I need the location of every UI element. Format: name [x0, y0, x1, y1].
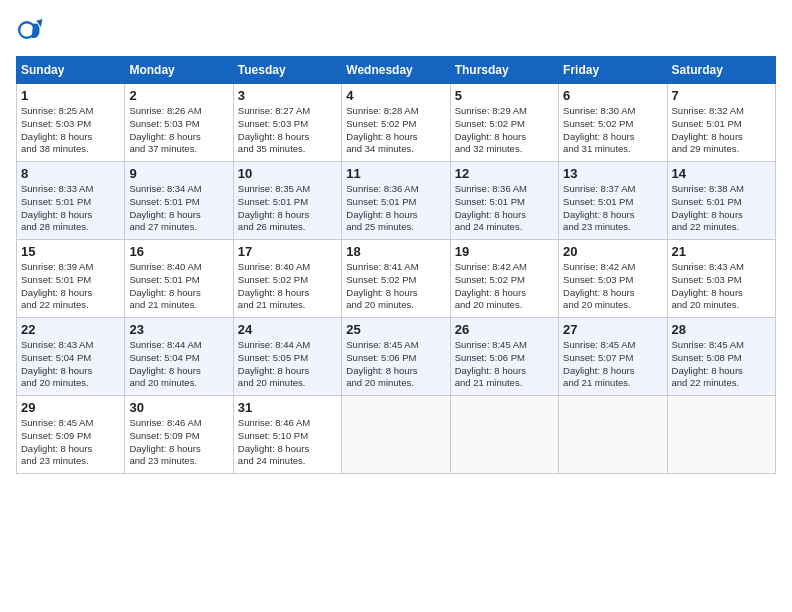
weekday-header-sunday: Sunday	[17, 57, 125, 84]
day-number: 19	[455, 244, 554, 259]
day-info: Sunrise: 8:35 AM Sunset: 5:01 PM Dayligh…	[238, 183, 337, 234]
day-number: 18	[346, 244, 445, 259]
day-number: 29	[21, 400, 120, 415]
calendar-cell: 30Sunrise: 8:46 AM Sunset: 5:09 PM Dayli…	[125, 396, 233, 474]
day-info: Sunrise: 8:32 AM Sunset: 5:01 PM Dayligh…	[672, 105, 771, 156]
day-info: Sunrise: 8:43 AM Sunset: 5:04 PM Dayligh…	[21, 339, 120, 390]
day-number: 25	[346, 322, 445, 337]
day-number: 2	[129, 88, 228, 103]
calendar-cell: 11Sunrise: 8:36 AM Sunset: 5:01 PM Dayli…	[342, 162, 450, 240]
calendar-cell: 16Sunrise: 8:40 AM Sunset: 5:01 PM Dayli…	[125, 240, 233, 318]
day-number: 31	[238, 400, 337, 415]
calendar-cell	[450, 396, 558, 474]
day-info: Sunrise: 8:29 AM Sunset: 5:02 PM Dayligh…	[455, 105, 554, 156]
page-header	[16, 16, 776, 44]
day-info: Sunrise: 8:34 AM Sunset: 5:01 PM Dayligh…	[129, 183, 228, 234]
day-number: 6	[563, 88, 662, 103]
day-number: 16	[129, 244, 228, 259]
day-info: Sunrise: 8:45 AM Sunset: 5:06 PM Dayligh…	[346, 339, 445, 390]
calendar-table: SundayMondayTuesdayWednesdayThursdayFrid…	[16, 56, 776, 474]
day-info: Sunrise: 8:46 AM Sunset: 5:10 PM Dayligh…	[238, 417, 337, 468]
weekday-header-wednesday: Wednesday	[342, 57, 450, 84]
day-number: 9	[129, 166, 228, 181]
calendar-cell: 17Sunrise: 8:40 AM Sunset: 5:02 PM Dayli…	[233, 240, 341, 318]
day-number: 15	[21, 244, 120, 259]
calendar-cell: 15Sunrise: 8:39 AM Sunset: 5:01 PM Dayli…	[17, 240, 125, 318]
day-number: 12	[455, 166, 554, 181]
day-info: Sunrise: 8:36 AM Sunset: 5:01 PM Dayligh…	[455, 183, 554, 234]
calendar-cell	[667, 396, 775, 474]
calendar-cell: 5Sunrise: 8:29 AM Sunset: 5:02 PM Daylig…	[450, 84, 558, 162]
calendar-cell: 18Sunrise: 8:41 AM Sunset: 5:02 PM Dayli…	[342, 240, 450, 318]
day-info: Sunrise: 8:45 AM Sunset: 5:07 PM Dayligh…	[563, 339, 662, 390]
day-number: 21	[672, 244, 771, 259]
day-info: Sunrise: 8:42 AM Sunset: 5:03 PM Dayligh…	[563, 261, 662, 312]
calendar-cell: 26Sunrise: 8:45 AM Sunset: 5:06 PM Dayli…	[450, 318, 558, 396]
day-number: 3	[238, 88, 337, 103]
day-info: Sunrise: 8:28 AM Sunset: 5:02 PM Dayligh…	[346, 105, 445, 156]
day-info: Sunrise: 8:45 AM Sunset: 5:09 PM Dayligh…	[21, 417, 120, 468]
calendar-cell: 2Sunrise: 8:26 AM Sunset: 5:03 PM Daylig…	[125, 84, 233, 162]
day-number: 23	[129, 322, 228, 337]
day-number: 1	[21, 88, 120, 103]
day-info: Sunrise: 8:33 AM Sunset: 5:01 PM Dayligh…	[21, 183, 120, 234]
day-number: 27	[563, 322, 662, 337]
calendar-cell: 7Sunrise: 8:32 AM Sunset: 5:01 PM Daylig…	[667, 84, 775, 162]
calendar-cell: 27Sunrise: 8:45 AM Sunset: 5:07 PM Dayli…	[559, 318, 667, 396]
day-number: 30	[129, 400, 228, 415]
day-info: Sunrise: 8:25 AM Sunset: 5:03 PM Dayligh…	[21, 105, 120, 156]
day-number: 7	[672, 88, 771, 103]
day-number: 13	[563, 166, 662, 181]
calendar-cell: 10Sunrise: 8:35 AM Sunset: 5:01 PM Dayli…	[233, 162, 341, 240]
calendar-cell: 23Sunrise: 8:44 AM Sunset: 5:04 PM Dayli…	[125, 318, 233, 396]
calendar-cell: 1Sunrise: 8:25 AM Sunset: 5:03 PM Daylig…	[17, 84, 125, 162]
calendar-cell: 20Sunrise: 8:42 AM Sunset: 5:03 PM Dayli…	[559, 240, 667, 318]
calendar-cell: 8Sunrise: 8:33 AM Sunset: 5:01 PM Daylig…	[17, 162, 125, 240]
day-number: 17	[238, 244, 337, 259]
day-number: 8	[21, 166, 120, 181]
day-info: Sunrise: 8:46 AM Sunset: 5:09 PM Dayligh…	[129, 417, 228, 468]
day-number: 24	[238, 322, 337, 337]
day-number: 22	[21, 322, 120, 337]
logo	[16, 16, 48, 44]
day-info: Sunrise: 8:44 AM Sunset: 5:04 PM Dayligh…	[129, 339, 228, 390]
day-info: Sunrise: 8:30 AM Sunset: 5:02 PM Dayligh…	[563, 105, 662, 156]
calendar-cell: 9Sunrise: 8:34 AM Sunset: 5:01 PM Daylig…	[125, 162, 233, 240]
day-info: Sunrise: 8:45 AM Sunset: 5:06 PM Dayligh…	[455, 339, 554, 390]
day-number: 26	[455, 322, 554, 337]
day-info: Sunrise: 8:26 AM Sunset: 5:03 PM Dayligh…	[129, 105, 228, 156]
day-info: Sunrise: 8:36 AM Sunset: 5:01 PM Dayligh…	[346, 183, 445, 234]
calendar-cell: 6Sunrise: 8:30 AM Sunset: 5:02 PM Daylig…	[559, 84, 667, 162]
calendar-cell: 21Sunrise: 8:43 AM Sunset: 5:03 PM Dayli…	[667, 240, 775, 318]
day-number: 10	[238, 166, 337, 181]
day-info: Sunrise: 8:43 AM Sunset: 5:03 PM Dayligh…	[672, 261, 771, 312]
calendar-cell: 22Sunrise: 8:43 AM Sunset: 5:04 PM Dayli…	[17, 318, 125, 396]
calendar-cell	[342, 396, 450, 474]
weekday-header-tuesday: Tuesday	[233, 57, 341, 84]
calendar-cell: 13Sunrise: 8:37 AM Sunset: 5:01 PM Dayli…	[559, 162, 667, 240]
calendar-cell	[559, 396, 667, 474]
calendar-cell: 3Sunrise: 8:27 AM Sunset: 5:03 PM Daylig…	[233, 84, 341, 162]
weekday-header-monday: Monday	[125, 57, 233, 84]
calendar-cell: 12Sunrise: 8:36 AM Sunset: 5:01 PM Dayli…	[450, 162, 558, 240]
weekday-header-friday: Friday	[559, 57, 667, 84]
calendar-cell: 29Sunrise: 8:45 AM Sunset: 5:09 PM Dayli…	[17, 396, 125, 474]
day-number: 11	[346, 166, 445, 181]
day-info: Sunrise: 8:39 AM Sunset: 5:01 PM Dayligh…	[21, 261, 120, 312]
day-number: 5	[455, 88, 554, 103]
calendar-cell: 4Sunrise: 8:28 AM Sunset: 5:02 PM Daylig…	[342, 84, 450, 162]
weekday-header-saturday: Saturday	[667, 57, 775, 84]
day-info: Sunrise: 8:40 AM Sunset: 5:02 PM Dayligh…	[238, 261, 337, 312]
weekday-header-thursday: Thursday	[450, 57, 558, 84]
calendar-cell: 28Sunrise: 8:45 AM Sunset: 5:08 PM Dayli…	[667, 318, 775, 396]
day-info: Sunrise: 8:45 AM Sunset: 5:08 PM Dayligh…	[672, 339, 771, 390]
calendar-cell: 24Sunrise: 8:44 AM Sunset: 5:05 PM Dayli…	[233, 318, 341, 396]
day-info: Sunrise: 8:44 AM Sunset: 5:05 PM Dayligh…	[238, 339, 337, 390]
day-info: Sunrise: 8:42 AM Sunset: 5:02 PM Dayligh…	[455, 261, 554, 312]
day-info: Sunrise: 8:37 AM Sunset: 5:01 PM Dayligh…	[563, 183, 662, 234]
day-info: Sunrise: 8:27 AM Sunset: 5:03 PM Dayligh…	[238, 105, 337, 156]
day-number: 14	[672, 166, 771, 181]
calendar-cell: 14Sunrise: 8:38 AM Sunset: 5:01 PM Dayli…	[667, 162, 775, 240]
calendar-cell: 31Sunrise: 8:46 AM Sunset: 5:10 PM Dayli…	[233, 396, 341, 474]
day-info: Sunrise: 8:38 AM Sunset: 5:01 PM Dayligh…	[672, 183, 771, 234]
